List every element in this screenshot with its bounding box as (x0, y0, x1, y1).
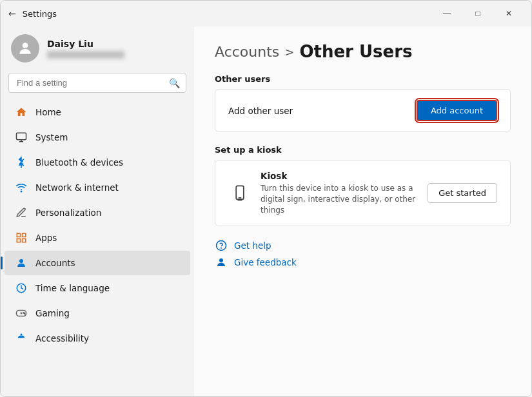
sidebar-item-accessibility[interactable]: Accessibility (5, 326, 190, 351)
svg-rect-5 (23, 233, 26, 237)
titlebar: ← Settings — □ ✕ (1, 1, 531, 26)
sidebar: Daisy Liu 🔍 Home (1, 26, 194, 396)
user-info: Daisy Liu (47, 39, 124, 59)
bluetooth-icon (15, 156, 28, 169)
titlebar-controls: — □ ✕ (432, 3, 524, 24)
gaming-icon (15, 307, 28, 320)
add-other-user-row: Add other user Add account (215, 90, 510, 131)
sidebar-item-network-label: Network & internet (35, 182, 119, 193)
svg-point-3 (21, 191, 22, 192)
apps-icon (15, 231, 28, 244)
sidebar-item-home[interactable]: Home (5, 100, 190, 124)
svg-point-14 (25, 313, 26, 315)
close-button[interactable]: ✕ (494, 3, 524, 24)
sidebar-item-home-label: Home (35, 107, 61, 117)
sidebar-item-system-label: System (35, 132, 68, 142)
breadcrumb-separator: > (284, 45, 294, 59)
other-users-card: Add other user Add account (215, 89, 511, 132)
svg-point-20 (221, 248, 222, 249)
get-help-link[interactable]: Get help (215, 239, 511, 252)
breadcrumb: Accounts > Other Users (215, 42, 511, 61)
breadcrumb-parent: Accounts (215, 44, 279, 60)
sidebar-item-accessibility-label: Accessibility (35, 333, 89, 344)
search-box: 🔍 (8, 73, 186, 93)
accessibility-icon (15, 332, 28, 345)
sidebar-item-system[interactable]: System (5, 125, 190, 150)
home-icon (15, 106, 28, 119)
main-content: Accounts > Other Users Other users Add o… (194, 26, 531, 396)
sidebar-item-accounts-label: Accounts (35, 258, 75, 268)
get-started-button[interactable]: Get started (428, 183, 497, 203)
sidebar-item-time-label: Time & language (35, 283, 110, 293)
help-links: Get help Give feedback (215, 239, 511, 269)
other-users-section-title: Other users (215, 74, 511, 84)
breadcrumb-current: Other Users (299, 42, 412, 61)
kiosk-description: Turn this device into a kiosk to use as … (261, 183, 419, 215)
nav-list: Home System (1, 98, 194, 390)
kiosk-section-title: Set up a kiosk (215, 145, 511, 155)
window-title: Settings (23, 9, 57, 19)
content-area: Daisy Liu 🔍 Home (1, 26, 531, 396)
sidebar-item-apps-label: Apps (35, 233, 57, 243)
minimize-button[interactable]: — (432, 3, 462, 24)
kiosk-icon (228, 182, 251, 205)
sidebar-item-accounts[interactable]: Accounts (5, 251, 190, 275)
sidebar-item-network[interactable]: Network & internet (5, 175, 190, 200)
svg-rect-4 (17, 233, 20, 237)
sidebar-item-gaming[interactable]: Gaming (5, 301, 190, 325)
titlebar-left: ← Settings (8, 8, 57, 19)
svg-point-21 (219, 258, 223, 262)
personalization-icon (15, 206, 28, 219)
sidebar-item-bluetooth[interactable]: Bluetooth & devices (5, 150, 190, 175)
user-email (47, 51, 124, 59)
sidebar-item-apps[interactable]: Apps (5, 226, 190, 250)
user-profile: Daisy Liu (1, 26, 194, 73)
give-feedback-label: Give feedback (234, 257, 297, 267)
kiosk-card: Kiosk Turn this device into a kiosk to u… (215, 160, 511, 226)
settings-window: ← Settings — □ ✕ Daisy Liu (0, 0, 532, 397)
give-feedback-link[interactable]: Give feedback (215, 256, 511, 269)
sidebar-item-bluetooth-label: Bluetooth & devices (35, 157, 123, 168)
search-input[interactable] (8, 73, 186, 93)
get-help-icon (215, 239, 228, 252)
kiosk-text: Kiosk Turn this device into a kiosk to u… (261, 171, 419, 215)
kiosk-title: Kiosk (261, 171, 419, 181)
sidebar-item-gaming-label: Gaming (35, 308, 70, 318)
svg-point-15 (21, 334, 23, 336)
back-icon[interactable]: ← (8, 8, 16, 19)
network-icon (15, 181, 28, 194)
time-icon (15, 282, 28, 295)
get-help-label: Get help (234, 240, 271, 251)
svg-rect-7 (23, 239, 26, 242)
svg-point-8 (19, 259, 23, 263)
svg-rect-1 (17, 133, 26, 140)
svg-rect-6 (17, 239, 20, 242)
sidebar-item-time[interactable]: Time & language (5, 276, 190, 300)
accounts-icon (15, 257, 28, 269)
give-feedback-icon (215, 256, 228, 269)
sidebar-item-personalization[interactable]: Personalization (5, 200, 190, 225)
avatar (11, 34, 39, 63)
maximize-button[interactable]: □ (463, 3, 493, 24)
sidebar-item-personalization-label: Personalization (35, 208, 101, 218)
add-account-button[interactable]: Add account (417, 100, 497, 121)
system-icon (15, 131, 28, 144)
user-name: Daisy Liu (47, 39, 124, 49)
svg-point-0 (23, 43, 28, 48)
add-other-user-label: Add other user (228, 106, 293, 116)
